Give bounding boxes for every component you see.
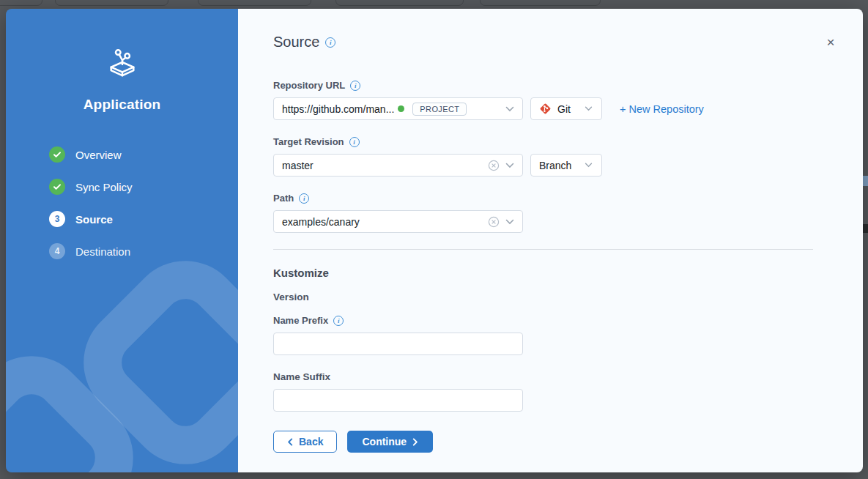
step-destination[interactable]: 4 Destination: [49, 243, 238, 259]
path-combobox[interactable]: examples/canary: [273, 210, 523, 233]
background-tab: [335, 0, 464, 6]
project-scope-badge: PROJECT: [412, 103, 467, 116]
repo-connected-status-icon: [398, 105, 404, 112]
background-tab: [198, 0, 311, 6]
step-overview[interactable]: Overview: [49, 146, 238, 163]
name-prefix-input[interactable]: [273, 333, 523, 355]
info-icon[interactable]: i: [325, 37, 335, 48]
repo-type-select[interactable]: Git: [530, 97, 602, 120]
repository-url-value: https://github.com/man...: [282, 103, 394, 115]
background-tab: [55, 0, 168, 6]
source-step-panel: × Source i Repository URL i https://gith…: [238, 9, 863, 472]
info-icon[interactable]: i: [349, 137, 360, 147]
target-revision-label: Target Revision i: [273, 136, 834, 147]
clear-icon[interactable]: [488, 216, 500, 228]
step-label: Destination: [75, 245, 130, 258]
step-label: Source: [75, 213, 113, 226]
step-complete-check-icon: [49, 146, 65, 163]
info-icon[interactable]: i: [333, 316, 344, 326]
chevron-down-icon: [585, 106, 593, 111]
version-label: Version: [273, 292, 834, 302]
wizard-steps: Overview Sync Policy 3 Source 4 Destinat…: [6, 146, 238, 259]
step-complete-check-icon: [49, 179, 65, 195]
repository-url-combobox[interactable]: https://github.com/man... PROJECT: [273, 97, 523, 120]
step-label: Overview: [75, 149, 122, 161]
back-button[interactable]: Back: [273, 431, 337, 453]
chevron-down-icon: [505, 106, 514, 112]
application-box-branch-icon: [105, 45, 139, 79]
background-fragment: [863, 176, 868, 186]
step-source[interactable]: 3 Source: [49, 211, 238, 227]
info-icon[interactable]: i: [299, 193, 309, 204]
chevron-left-icon: [287, 438, 293, 446]
background-fragment: [863, 224, 868, 233]
repository-url-label: Repository URL i: [273, 80, 834, 91]
chevron-down-icon: [585, 163, 593, 168]
name-prefix-label: Name Prefix i: [273, 315, 834, 326]
step-number-badge: 4: [49, 243, 65, 259]
application-wizard-modal: Application Overview Sync Policy: [6, 9, 863, 472]
revision-ref-type-value: Branch: [539, 160, 571, 171]
info-icon[interactable]: i: [350, 81, 360, 91]
repo-type-value: Git: [557, 103, 571, 115]
name-suffix-label: Name Suffix: [273, 371, 834, 382]
wizard-sidebar: Application Overview Sync Policy: [6, 9, 238, 472]
path-label: Path i: [273, 193, 834, 204]
continue-button[interactable]: Continue: [347, 431, 433, 453]
chevron-right-icon: [412, 438, 418, 446]
wizard-title: Application: [6, 97, 238, 113]
chevron-down-icon: [505, 163, 514, 168]
new-repository-link[interactable]: + New Repository: [620, 103, 704, 115]
target-revision-value: master: [282, 160, 314, 171]
chevron-down-icon: [505, 219, 514, 225]
git-icon: [539, 103, 552, 115]
step-number-badge: 3: [49, 211, 65, 227]
clear-icon[interactable]: [488, 160, 500, 171]
step-sync-policy[interactable]: Sync Policy: [49, 179, 238, 195]
background-tab: [480, 0, 601, 6]
revision-ref-type-select[interactable]: Branch: [530, 154, 602, 177]
close-icon[interactable]: ×: [823, 35, 838, 50]
target-revision-combobox[interactable]: master: [273, 154, 523, 177]
step-label: Sync Policy: [75, 181, 133, 193]
panel-title: Source i: [273, 34, 834, 51]
background-tab: [0, 0, 42, 6]
name-suffix-input[interactable]: [273, 389, 523, 412]
path-value: examples/canary: [282, 216, 360, 228]
argo-watermark-pattern: [6, 238, 238, 472]
section-divider: [273, 249, 813, 250]
kustomize-heading: Kustomize: [273, 267, 834, 279]
